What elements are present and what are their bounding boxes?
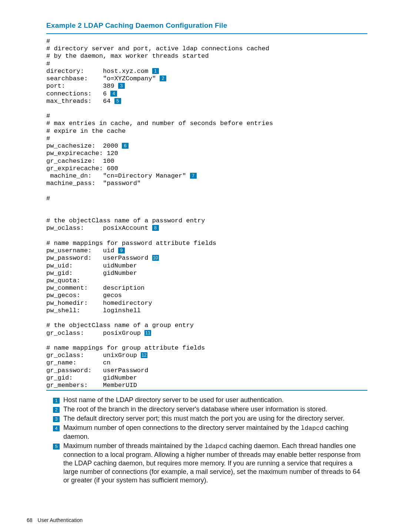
callout-ref-4: 4 — [110, 91, 117, 97]
code-line: gr_gid: gidNumber — [46, 374, 137, 381]
code-block: # # directory server and port, active ld… — [46, 38, 367, 389]
code-line: pw_username: uid — [46, 247, 118, 254]
code-line: pw_expirecache: 120 — [46, 150, 118, 157]
code-line: pw_gecos: gecos — [46, 292, 122, 299]
code-line: directory: host.xyz.com — [46, 68, 152, 75]
code-line: # the objectClass name of a password ent… — [46, 217, 205, 224]
code-line: # by the daemon, max worker threads star… — [46, 53, 209, 60]
code-line: pw_homedir: homedirectory — [46, 300, 152, 307]
callout-num-3: 3 — [53, 416, 60, 422]
note-text-4: Maximum number of open connections to th… — [63, 424, 367, 441]
callout-ref-6: 6 — [122, 143, 129, 149]
callout-ref-10: 10 — [152, 255, 159, 261]
callout-ref-11: 11 — [144, 330, 151, 336]
note-row-2: 2 The root of the branch in the director… — [46, 405, 367, 414]
code-line: gr_name: cn — [46, 359, 110, 366]
code-line: # — [46, 38, 50, 45]
code-line: pw_cachesize: 2000 — [46, 142, 122, 149]
code-line: gr_expirecache: 600 — [46, 165, 118, 172]
divider-top — [46, 33, 367, 34]
footer-section: User Authentication — [38, 517, 83, 523]
code-line: gr_cachesize: 100 — [46, 158, 114, 165]
callout-num-4: 4 — [53, 425, 60, 431]
code-inline-ldapcd-2: ldapcd — [204, 443, 227, 450]
callout-ref-8: 8 — [152, 225, 159, 231]
divider-bottom — [46, 390, 367, 391]
code-line: pw_uid: uidNumber — [46, 262, 137, 269]
code-line: # name mappings for password attribute f… — [46, 240, 216, 247]
note-row-4: 4 Maximum number of open connections to … — [46, 424, 367, 441]
code-line: # — [46, 112, 50, 119]
example-heading: Example 2 LDAP Caching Daemon Configurat… — [46, 21, 367, 30]
callout-ref-1: 1 — [152, 68, 159, 74]
note-text-3: The default directory server port; this … — [63, 414, 367, 423]
code-line: # name mappings for group attribute fiel… — [46, 344, 205, 351]
code-line: # directory server and port, active ldap… — [46, 45, 269, 52]
callout-ref-2: 2 — [160, 75, 166, 81]
callout-explanations: 1 Host name of the LDAP directory server… — [46, 396, 367, 485]
callout-num-2: 2 — [53, 407, 60, 413]
code-inline-ldapcd-1: ldapcd — [301, 425, 323, 432]
code-line: # — [46, 195, 50, 202]
callout-ref-5: 5 — [114, 98, 121, 104]
code-line: pw_oclass: posixAccount — [46, 225, 152, 232]
note-4-a: Maximum number of open connections to th… — [63, 424, 301, 431]
note-text-1: Host name of the LDAP directory server t… — [63, 396, 367, 404]
code-line: gr_oclass: unixGroup — [46, 352, 141, 359]
code-line: connections: 6 — [46, 90, 110, 97]
note-text-2: The root of the branch in the directory … — [63, 405, 367, 414]
note-text-5: Maximum number of threads maintained by … — [63, 442, 367, 485]
code-line: # expire in the cache — [46, 128, 126, 135]
code-line: # — [46, 135, 50, 142]
callout-num-1: 1 — [53, 398, 60, 404]
code-line: machine_pass: "password" — [46, 180, 141, 187]
callout-ref-12: 12 — [141, 352, 147, 358]
code-line: max_threads: 64 — [46, 98, 114, 105]
page-number: 68 — [27, 517, 33, 523]
page-footer: 68User Authentication — [27, 517, 83, 523]
code-line: # max entries in cache, and number of se… — [46, 120, 273, 127]
code-line: gr_members: MemberUID — [46, 382, 137, 389]
note-row-5: 5 Maximum number of threads maintained b… — [46, 442, 367, 485]
code-line: pw_gid: gidNumber — [46, 270, 137, 277]
code-line: gr_oclass: posixGroup — [46, 330, 144, 337]
code-line: # — [46, 60, 50, 67]
note-row-1: 1 Host name of the LDAP directory server… — [46, 396, 367, 404]
callout-ref-7: 7 — [190, 173, 197, 179]
code-line: gr_password: userPassword — [46, 367, 148, 374]
code-line: pw_quota: — [46, 277, 80, 284]
callout-ref-3: 3 — [118, 83, 125, 89]
note-row-3: 3 The default directory server port; thi… — [46, 414, 367, 423]
callout-ref-9: 9 — [118, 248, 125, 253]
code-line: pw_shell: loginshell — [46, 307, 141, 314]
note-5-a: Maximum number of threads maintained by … — [63, 442, 204, 449]
code-line: searchbase: "o=XYZCompany" — [46, 75, 160, 82]
code-line: machine_dn: "cn=Directory Manager" — [46, 172, 190, 179]
code-line: pw_comment: description — [46, 284, 144, 292]
code-line: pw_password: userPassword — [46, 255, 152, 262]
page: Example 2 LDAP Caching Daemon Configurat… — [0, 0, 400, 532]
code-line: # the objectClass name of a group entry — [46, 322, 194, 329]
callout-num-5: 5 — [53, 444, 60, 449]
code-line: port: 389 — [46, 83, 118, 90]
